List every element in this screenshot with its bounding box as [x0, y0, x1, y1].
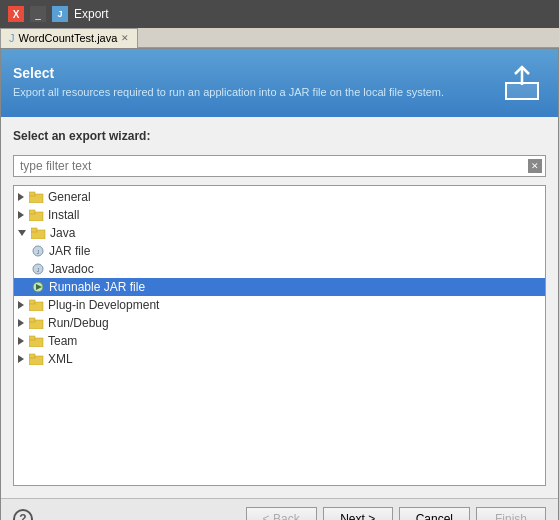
button-group-right: < Back Next > Cancel Finish: [246, 507, 546, 520]
dialog-title-text: Export: [74, 7, 109, 21]
collapse-arrow-general: [18, 193, 24, 201]
tree-label-runnable-jar: Runnable JAR file: [49, 280, 145, 294]
dialog-description: Export all resources required to run an …: [13, 85, 498, 100]
svg-rect-4: [29, 192, 35, 196]
min-button[interactable]: _: [30, 6, 46, 22]
title-icon: J: [52, 6, 68, 22]
filter-clear-button[interactable]: ✕: [528, 159, 542, 173]
close-button[interactable]: X: [8, 6, 24, 22]
export-dialog: Select Export all resources required to …: [0, 48, 559, 520]
tree-item-install[interactable]: Install: [14, 206, 545, 224]
collapse-arrow-plugin: [18, 301, 24, 309]
folder-icon-plugin: [29, 299, 45, 311]
file-icon: J: [9, 32, 15, 44]
tree-label-jar: JAR file: [49, 244, 90, 258]
tree-label-java: Java: [50, 226, 75, 240]
jar-icon: J: [30, 244, 46, 258]
tree-item-runnable-jar[interactable]: Runnable JAR file: [14, 278, 545, 296]
javadoc-icon: J: [30, 262, 46, 276]
tab-bar: J WordCountTest.java ✕: [0, 28, 559, 48]
folder-icon-run: [29, 317, 45, 329]
expand-arrow-java: [18, 230, 26, 236]
svg-rect-20: [29, 336, 35, 340]
runnable-jar-icon: [30, 280, 46, 294]
tree-label-team: Team: [48, 334, 77, 348]
collapse-arrow-team: [18, 337, 24, 345]
dialog-header: Select Export all resources required to …: [1, 49, 558, 117]
collapse-arrow-run: [18, 319, 24, 327]
folder-icon-team: [29, 335, 45, 347]
filter-input[interactable]: [13, 155, 546, 177]
header-content: Select Export all resources required to …: [13, 65, 498, 100]
tree-label-javadoc: Javadoc: [49, 262, 94, 276]
filter-container: ✕: [13, 155, 546, 177]
folder-icon-install: [29, 209, 45, 221]
svg-rect-8: [31, 228, 37, 232]
dialog-body: Select an export wizard: ✕ General: [1, 117, 558, 498]
tree-label-run: Run/Debug: [48, 316, 109, 330]
tree-item-team[interactable]: Team: [14, 332, 545, 350]
export-wizard-tree[interactable]: General Install Java: [13, 185, 546, 486]
folder-icon-xml: [29, 353, 45, 365]
tree-label-plugin: Plug-in Development: [48, 298, 159, 312]
back-button[interactable]: < Back: [246, 507, 317, 520]
help-button[interactable]: ?: [13, 509, 33, 520]
export-icon: [498, 59, 546, 107]
button-bar: ? < Back Next > Cancel Finish: [1, 498, 558, 520]
tree-item-javadoc[interactable]: J Javadoc: [14, 260, 545, 278]
title-bar: X _ J Export: [0, 0, 559, 28]
tree-item-general[interactable]: General: [14, 188, 545, 206]
tree-label-install: Install: [48, 208, 79, 222]
svg-rect-22: [29, 354, 35, 358]
svg-rect-16: [29, 300, 35, 304]
svg-rect-6: [29, 210, 35, 214]
tree-item-jar-file[interactable]: J JAR file: [14, 242, 545, 260]
tree-item-plugin-dev[interactable]: Plug-in Development: [14, 296, 545, 314]
svg-rect-18: [29, 318, 35, 322]
svg-rect-1: [506, 83, 538, 99]
dialog-select-title: Select: [13, 65, 498, 81]
tree-item-java[interactable]: Java: [14, 224, 545, 242]
cancel-button[interactable]: Cancel: [399, 507, 470, 520]
wizard-section-label: Select an export wizard:: [13, 129, 546, 143]
tab-label: WordCountTest.java: [19, 32, 118, 44]
tree-label-general: General: [48, 190, 91, 204]
tree-item-xml[interactable]: XML: [14, 350, 545, 368]
finish-button[interactable]: Finish: [476, 507, 546, 520]
tree-label-xml: XML: [48, 352, 73, 366]
file-tab[interactable]: J WordCountTest.java ✕: [0, 28, 138, 48]
folder-icon-general: [29, 191, 45, 203]
tab-close-icon[interactable]: ✕: [121, 33, 129, 43]
collapse-arrow-install: [18, 211, 24, 219]
next-button[interactable]: Next >: [323, 507, 393, 520]
folder-icon-java: [31, 227, 47, 239]
collapse-arrow-xml: [18, 355, 24, 363]
tree-item-run-debug[interactable]: Run/Debug: [14, 314, 545, 332]
